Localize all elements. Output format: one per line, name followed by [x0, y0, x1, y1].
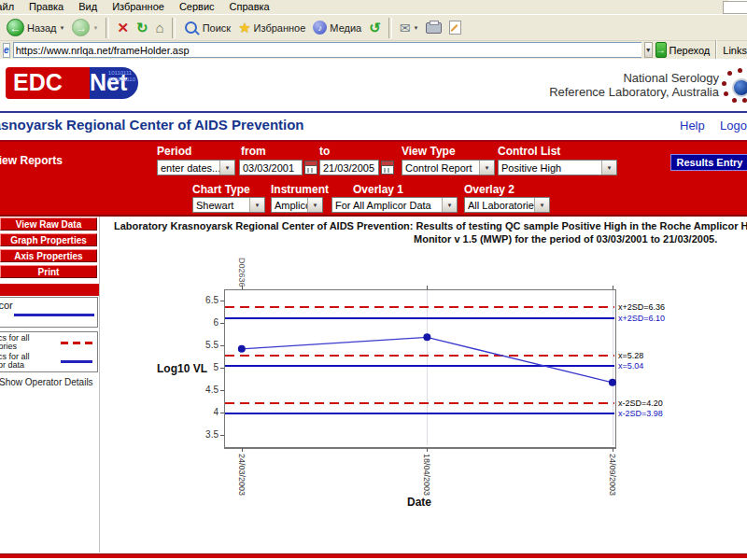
go-icon[interactable]: →	[655, 42, 667, 58]
media-button[interactable]: ♪ Медиа	[310, 20, 364, 35]
chevron-down-icon: ▼	[534, 198, 549, 212]
history-icon: ↺	[369, 20, 381, 36]
chart-plot-area	[224, 289, 616, 449]
overlay1-select[interactable]: For All Amplicor Data▼	[331, 197, 458, 213]
toolbar-separator	[172, 18, 176, 38]
menu-item[interactable]: Избранное	[105, 0, 172, 14]
overlay2-select[interactable]: All Laboratories▼	[464, 197, 550, 213]
address-dropdown-button[interactable]: ▼	[644, 42, 653, 58]
instrument-select[interactable]: Amplicor▼	[271, 197, 323, 213]
search-button[interactable]: Поиск	[180, 19, 233, 36]
nrl-logo-dot	[722, 81, 726, 86]
chart-type-label: Chart Type	[192, 183, 250, 196]
control-list-label: Control List	[498, 145, 560, 158]
forward-button[interactable]: → ▼	[69, 18, 101, 37]
legend-header-bar	[0, 284, 99, 296]
edcnet-logo-edc: EDC	[6, 67, 90, 99]
view-type-select[interactable]: Control Report▼	[402, 160, 495, 175]
menu-item[interactable]: Справка	[222, 0, 277, 14]
calendar-icon[interactable]	[381, 161, 394, 175]
mail-button[interactable]: ✉ ▼	[397, 20, 422, 36]
throbber-panel	[723, 1, 747, 14]
back-label: Назад	[27, 22, 57, 34]
menu-item[interactable]: Файл	[0, 0, 21, 14]
sidebar-buttons: View Raw DataGraph PropertiesAxis Proper…	[0, 217, 99, 281]
legend-item-label: Statistics for all laboratories	[0, 334, 59, 351]
menu-bar: ФайлПравкаВидИзбранноеСервисСправка	[0, 0, 728, 14]
results-entry-button[interactable]: Results Entry	[670, 154, 747, 171]
period-select[interactable]: enter dates...▼	[157, 160, 235, 175]
nrl-logo-dot	[738, 68, 742, 73]
browser-toolbar: ← Назад ▼ → ▼ ✕ ↻ ⌂ Поиск ★ Избранное ♪ …	[0, 14, 747, 41]
edit-icon	[449, 21, 461, 35]
page-icon: e	[3, 43, 10, 58]
overlay1-label: Overlay 1	[353, 183, 403, 196]
chart-type-select[interactable]: Shewart▼	[192, 197, 265, 213]
nrl-logo-dot	[724, 91, 728, 96]
sidebar-button-print[interactable]: Print	[0, 265, 97, 278]
bottom-red-bar	[0, 553, 747, 558]
show-operator-details-link[interactable]: Show Operator Details	[0, 377, 93, 387]
chevron-down-icon: ▼	[479, 161, 494, 175]
history-button[interactable]: ↺	[366, 19, 384, 37]
chevron-down-icon: ▼	[601, 161, 616, 175]
sidebar-button-axis-properties[interactable]: Axis Properties	[0, 249, 97, 262]
chevron-down-icon: ▼	[219, 161, 234, 175]
back-icon: ←	[7, 19, 24, 36]
help-link[interactable]: Help	[680, 119, 705, 133]
sidebar-button-graph-properties[interactable]: Graph Properties	[0, 233, 97, 246]
menu-item[interactable]: Правка	[21, 0, 71, 14]
chart-title-line1: Laboratory Krasnoyarsk Regional Center o…	[114, 220, 747, 231]
legend-line-sample	[61, 342, 92, 344]
address-bar: Адрес: e ▼ → Переход Links	[0, 41, 747, 60]
go-label[interactable]: Переход	[669, 45, 711, 56]
edcnet-binary-text: 10110111010101110	[108, 70, 135, 83]
legend-item-label: Statistics for all Amplicor data	[0, 353, 59, 370]
search-label: Поиск	[203, 22, 231, 34]
instrument-label: Instrument	[271, 183, 329, 196]
to-date-input[interactable]: 21/03/2005	[319, 160, 379, 175]
back-button[interactable]: ← Назад ▼	[4, 18, 67, 37]
back-dropdown-icon[interactable]: ▼	[60, 25, 65, 31]
legend-item: Statistics for all Amplicor data	[0, 353, 95, 370]
view-type-label: View Type	[402, 145, 456, 158]
address-input[interactable]	[13, 42, 641, 58]
calendar-icon[interactable]	[304, 161, 317, 175]
period-label: Period	[157, 145, 191, 158]
chevron-down-icon: ▼	[307, 198, 322, 212]
chart-title-line2: Monitor v 1.5 (MWP) for the period of 03…	[414, 233, 717, 245]
edit-button[interactable]	[446, 20, 464, 35]
from-date-input[interactable]: 03/03/2001	[239, 160, 303, 175]
series-legend-box: Amplicor	[0, 297, 98, 328]
toolbar-separator	[388, 18, 392, 38]
menu-item[interactable]: Вид	[71, 0, 105, 14]
chevron-down-icon: ▼	[442, 198, 457, 212]
star-icon: ★	[238, 20, 250, 36]
legend-item: Statistics for all laboratories	[0, 334, 95, 351]
mail-dropdown-icon: ▼	[414, 25, 419, 31]
refresh-icon: ↻	[136, 21, 148, 35]
favorites-button[interactable]: ★ Избранное	[235, 19, 308, 37]
browser-window: ФайлПравкаВидИзбранноеСервисСправка ← На…	[0, 0, 747, 560]
legend-line-sample	[61, 360, 92, 363]
menu-item[interactable]: Сервис	[172, 0, 222, 14]
print-icon	[426, 22, 442, 34]
nrl-logo-dot	[732, 98, 737, 103]
favorites-label: Избранное	[254, 22, 306, 34]
nrl-logo-dot	[727, 71, 732, 76]
statistics-legend-box: Statistics for all laboratoriesStatistic…	[0, 331, 98, 372]
mail-icon: ✉	[400, 21, 411, 35]
page-title: Krasnoyarsk Regional Center of AIDS Prev…	[0, 117, 304, 133]
home-button[interactable]: ⌂	[153, 20, 167, 35]
stop-button[interactable]: ✕	[114, 20, 132, 35]
to-label: to	[319, 145, 330, 158]
nrl-logo-dot	[742, 98, 747, 103]
print-button[interactable]	[423, 21, 444, 35]
stop-icon: ✕	[117, 21, 129, 35]
sidebar-button-view-raw-data[interactable]: View Raw Data	[0, 217, 97, 231]
control-list-select[interactable]: Positive High▼	[498, 160, 617, 175]
logout-link[interactable]: Logout	[720, 119, 747, 133]
refresh-button[interactable]: ↻	[134, 20, 151, 35]
forward-dropdown-icon: ▼	[92, 25, 98, 31]
search-icon	[185, 21, 197, 34]
